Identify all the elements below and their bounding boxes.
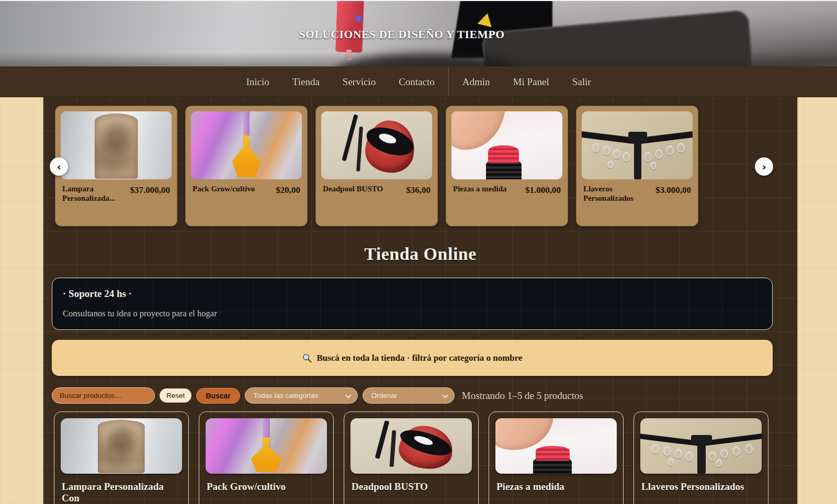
carousel-card-piezas[interactable]: Piezas a medida $1.000,00 <box>446 106 568 226</box>
nav-item-admin[interactable]: Admin <box>451 76 502 88</box>
search-banner-text: Buscá en toda la tienda · filtrá por cat… <box>316 353 522 363</box>
product-price: $1.000,00 <box>525 185 561 196</box>
product-image-deadpool[interactable] <box>321 111 432 179</box>
nav-item-servicio[interactable]: Servicio <box>331 76 387 88</box>
hero-photo-shade <box>0 52 837 67</box>
product-image-lampara[interactable] <box>61 418 182 474</box>
chevron-right-icon: › <box>762 162 766 172</box>
product-name: Pack Grow/cultivo <box>193 184 255 193</box>
sort-select-wrap: Ordenar <box>363 387 455 404</box>
carousel-card-llaveros[interactable]: Llaveros Personalizados $3.000,00 <box>576 106 698 226</box>
buscar-button[interactable]: Buscar <box>196 388 240 404</box>
chevron-left-icon: ‹ <box>56 162 61 172</box>
product-price: $36,00 <box>406 185 431 196</box>
product-name: Piezas a medida <box>495 481 617 492</box>
product-name: Piezas a medida <box>453 184 507 193</box>
nav-item-contacto[interactable]: Contacto <box>387 76 446 88</box>
category-select-wrap: Todas las categorías <box>245 387 358 404</box>
category-select[interactable]: Todas las categorías <box>245 387 358 404</box>
search-banner: Buscá en toda la tienda · filtrá por cat… <box>52 340 773 376</box>
grid-card-piezas[interactable]: Piezas a medida <box>489 411 624 504</box>
product-image-lampara[interactable] <box>61 111 172 179</box>
product-name: Llaveros Personalizados <box>583 184 650 203</box>
hero-photo-led <box>357 17 360 20</box>
product-name: Deadpool BUSTO <box>350 481 472 492</box>
reset-button[interactable]: Reset <box>160 388 191 403</box>
page-title: Tienda Online <box>43 244 797 264</box>
search-input[interactable] <box>52 387 155 404</box>
carousel-prev-button[interactable]: ‹ <box>50 157 68 176</box>
carousel-next-button[interactable]: › <box>755 157 773 176</box>
nav-item-salir[interactable]: Salir <box>561 76 603 88</box>
carousel-card-grow[interactable]: Pack Grow/cultivo $20,00 <box>185 106 308 226</box>
grid-card-lampara[interactable]: Lampara Personalizada Con <box>54 411 189 504</box>
product-price: $37.000,00 <box>130 185 171 196</box>
product-image-grow[interactable] <box>206 418 327 474</box>
sort-select[interactable]: Ordenar <box>363 387 455 404</box>
hero-photo-extruder <box>335 1 364 52</box>
carousel-card-lampara[interactable]: Lampara Personalizada... $37.000,00 <box>55 106 177 226</box>
product-price: $3.000,00 <box>655 185 691 196</box>
support-subtitle: Consultanos tu idea o proyecto para el h… <box>63 308 762 319</box>
site-title: SOLUCIONES DE DISEÑO Y TIEMPO <box>0 28 804 41</box>
product-price: $20,00 <box>276 185 300 196</box>
nav-divider <box>448 67 449 97</box>
product-name: Llaveros Personalizados <box>640 481 762 492</box>
product-image-piezas[interactable] <box>451 111 562 179</box>
grid-card-llaveros[interactable]: Llaveros Personalizados <box>634 411 768 504</box>
main-nav: Inicio Tienda Servicio Contacto Admin Mi… <box>0 66 837 97</box>
carousel-track: Lampara Personalizada... $37.000,00 Pack… <box>55 106 797 226</box>
support-box: · Soporte 24 hs · Consultanos tu idea o … <box>52 278 773 330</box>
product-name: Pack Grow/cultivo <box>206 481 327 492</box>
results-count: Mostrando 1–5 de 5 productos <box>462 390 583 402</box>
hero-banner: SOLUCIONES DE DISEÑO Y TIEMPO <box>0 1 837 66</box>
nav-item-mi-panel[interactable]: Mi Panel <box>502 76 561 88</box>
search-icon <box>302 353 312 363</box>
grid-card-deadpool[interactable]: Deadpool BUSTO <box>344 411 479 504</box>
content-area: Lampara Personalizada... $37.000,00 Pack… <box>43 97 797 504</box>
carousel-card-deadpool[interactable]: Deadpool BUSTO $36,00 <box>315 106 438 226</box>
product-grid: Lampara Personalizada Con Pack Grow/cult… <box>54 411 789 504</box>
product-name: Lampara Personalizada... <box>62 184 127 203</box>
grid-card-grow[interactable]: Pack Grow/cultivo <box>199 411 334 504</box>
product-name: Lampara Personalizada Con <box>61 481 182 504</box>
product-image-grow[interactable] <box>191 111 302 179</box>
product-image-piezas[interactable] <box>495 418 617 474</box>
product-image-llaveros[interactable] <box>640 418 762 474</box>
product-image-llaveros[interactable] <box>582 111 693 179</box>
support-title: · Soporte 24 hs · <box>63 288 762 300</box>
product-image-deadpool[interactable] <box>350 418 472 474</box>
nav-item-tienda[interactable]: Tienda <box>281 76 331 88</box>
search-controls: Reset Buscar Todas las categorías Ordena… <box>52 387 773 404</box>
featured-carousel: Lampara Personalizada... $37.000,00 Pack… <box>43 97 797 226</box>
nav-item-inicio[interactable]: Inicio <box>234 76 280 88</box>
product-name: Deadpool BUSTO <box>323 184 383 193</box>
